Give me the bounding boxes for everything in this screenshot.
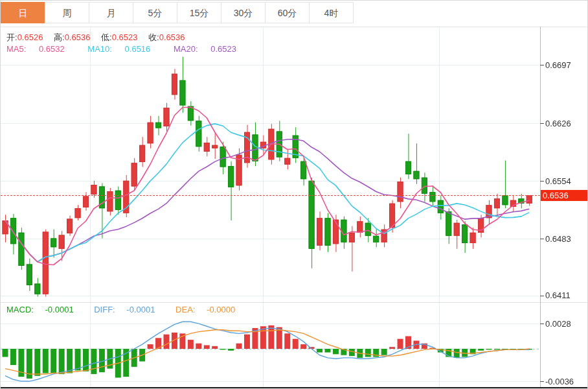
tab-30min[interactable]: 30分 [221,2,266,23]
tab-day[interactable]: 日 [1,2,45,23]
close-value: 0.6536 [159,32,185,42]
tab-month[interactable]: 月 [89,2,133,23]
open-label: 开: [6,32,17,42]
high-value: 0.6536 [65,32,91,42]
price-axis-label: 0.6483 [545,234,571,244]
macd-axis-label: -0.0036 [545,377,574,386]
tab-15min[interactable]: 15分 [177,2,221,23]
trading-chart-window: 日 周 月 5分 15分 30分 60分 4时 开:0.6526 高:0.653… [0,0,588,389]
open-value: 0.6526 [17,32,43,42]
macd-axis-label: 0.0028 [545,319,571,329]
diff-value: DIFF: -0.0001 [94,305,164,314]
ohlc-readout: 开:0.6526 高:0.6536 低:0.6523 收:0.6536 [6,32,193,43]
price-axis-label: 0.6697 [545,60,571,70]
ma5-readout: MA5: 0.6532 [6,44,75,54]
ma20-readout: MA20: 0.6523 [174,44,247,54]
candlestick-chart-canvas[interactable] [1,1,588,389]
dea-value: DEA: -0.0000 [175,305,244,314]
tab-4hour[interactable]: 4时 [309,2,354,23]
low-label: 低: [101,32,112,42]
tab-week[interactable]: 周 [45,2,89,23]
last-price-badge: 0.6536 [541,190,588,201]
high-label: 高: [54,32,65,42]
price-axis-label: 0.6554 [545,176,571,186]
ma10-readout: MA10: 0.6516 [87,44,161,54]
tab-60min[interactable]: 60分 [265,2,310,23]
close-label: 收: [148,32,159,42]
macd-readout: MACD: -0.0001 DIFF: -0.0001 DEA: -0.0000 [6,305,253,314]
price-axis-label: 0.6626 [545,119,571,128]
period-tabbar: 日 周 月 5分 15分 30分 60分 4时 [1,2,354,23]
tab-5min[interactable]: 5分 [133,2,177,23]
price-axis-label: 0.6411 [545,290,571,300]
ma-readout: MA5: 0.6532 MA10: 0.6516 MA20: 0.6523 [6,44,257,54]
low-value: 0.6523 [112,32,138,42]
macd-value: MACD: -0.0001 [6,305,83,314]
